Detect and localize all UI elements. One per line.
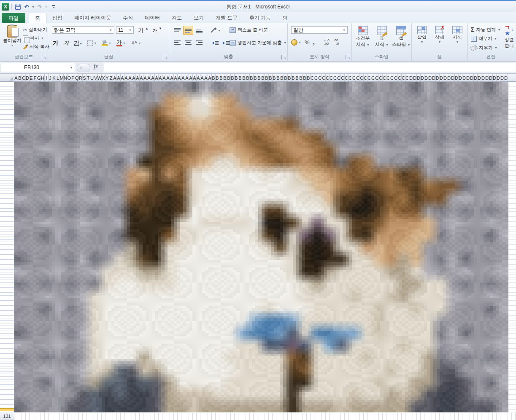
column-header[interactable]: A	[208, 74, 212, 81]
increase-decimal-button[interactable]: ←.0 .00	[323, 39, 330, 46]
column-header[interactable]: A	[200, 74, 204, 81]
column-header[interactable]: B	[280, 74, 284, 81]
column-header[interactable]: D	[478, 74, 481, 81]
column-header[interactable]: B	[265, 74, 269, 81]
column-header[interactable]: D	[436, 74, 440, 81]
comma-style-button[interactable]: ,	[313, 38, 315, 46]
column-header[interactable]: C	[402, 74, 405, 81]
column-header[interactable]: T	[86, 74, 90, 81]
column-header[interactable]: A	[174, 74, 178, 81]
column-header[interactable]: A	[113, 74, 117, 81]
column-header[interactable]: A	[121, 74, 124, 81]
merge-center-button[interactable]: 병합하고 가운데 맞춤 ▼	[230, 40, 286, 46]
column-header[interactable]: A	[170, 74, 174, 81]
column-header[interactable]: A	[140, 74, 143, 81]
column-header[interactable]: B	[238, 74, 242, 81]
column-header[interactable]: B	[295, 74, 299, 81]
italic-button[interactable]: 가	[63, 39, 70, 47]
tab-데이터[interactable]: 데이터	[139, 13, 166, 23]
underline-button[interactable]: 가▼	[74, 39, 82, 47]
column-header[interactable]: D	[500, 74, 504, 81]
autosum-button[interactable]: Σ 자동 합계 ▼	[471, 26, 500, 33]
align-right-button[interactable]	[194, 38, 204, 48]
column-header[interactable]: B	[299, 74, 303, 81]
column-header[interactable]: B	[216, 74, 219, 81]
column-header[interactable]: C	[330, 74, 333, 81]
insert-dropdown-icon[interactable]: ▼	[421, 40, 424, 43]
column-header[interactable]: D	[497, 74, 500, 81]
column-header[interactable]: C	[367, 74, 371, 81]
phonetic-button[interactable]: 내천▼	[131, 41, 141, 45]
column-header[interactable]: D	[481, 74, 485, 81]
row-header-131[interactable]: 131	[0, 413, 14, 420]
column-header[interactable]: D	[493, 74, 497, 81]
increase-font-button[interactable]: 가▲	[138, 27, 149, 34]
column-header[interactable]: C	[326, 74, 330, 81]
select-all-corner[interactable]	[0, 74, 14, 81]
column-header[interactable]: A	[147, 74, 151, 81]
tab-file[interactable]: 파일	[2, 13, 25, 23]
column-header[interactable]: M	[60, 74, 64, 81]
column-header[interactable]: C	[386, 74, 390, 81]
format-cells-button[interactable]: 서식 ▼	[449, 26, 465, 43]
column-header[interactable]: B	[235, 74, 238, 81]
column-header[interactable]: A	[204, 74, 208, 81]
column-header[interactable]: D	[26, 74, 30, 81]
selected-row-header-130[interactable]	[0, 408, 14, 411]
column-header[interactable]: R	[79, 74, 83, 81]
column-header[interactable]: D	[504, 74, 508, 81]
tab-수식[interactable]: 수식	[117, 13, 139, 23]
accounting-format-button[interactable]: ▼	[291, 39, 301, 46]
column-header[interactable]: B	[18, 74, 22, 81]
tab-페이지 레이아웃[interactable]: 페이지 레이아웃	[68, 13, 117, 23]
column-header[interactable]: D	[421, 74, 424, 81]
tab-팀[interactable]: 팀	[277, 13, 294, 23]
column-header[interactable]: F	[33, 74, 37, 81]
paste-button[interactable]: 붙여넣기 ▼	[3, 25, 22, 47]
column-header[interactable]: B	[219, 74, 223, 81]
column-header[interactable]: Z	[109, 74, 113, 81]
conditional-formatting-button[interactable]: 조건부 서식 ▼	[353, 26, 373, 48]
percent-style-button[interactable]: %	[305, 39, 310, 46]
column-header[interactable]: D	[489, 74, 493, 81]
column-header[interactable]: A	[159, 74, 162, 81]
font-size-combo[interactable]: 11▼	[116, 26, 134, 34]
insert-cells-button[interactable]: ← 삽입 ▼	[414, 26, 430, 43]
column-header[interactable]: B	[223, 74, 227, 81]
number-format-combo[interactable]: 일반▼	[291, 26, 348, 34]
column-header[interactable]: D	[424, 74, 428, 81]
column-header[interactable]: A	[189, 74, 193, 81]
column-header[interactable]: A	[136, 74, 140, 81]
cell-styles-button[interactable]: 셀 스타일 ▼	[392, 26, 411, 48]
column-header[interactable]: C	[375, 74, 379, 81]
column-header[interactable]: A	[117, 74, 121, 81]
column-header[interactable]: C	[322, 74, 326, 81]
column-header[interactable]: Y	[105, 74, 109, 81]
fill-dropdown-icon[interactable]: ▼	[494, 37, 497, 40]
column-header[interactable]: D	[462, 74, 466, 81]
column-header[interactable]: C	[383, 74, 386, 81]
tab-개발 도구[interactable]: 개발 도구	[210, 13, 243, 23]
column-header[interactable]: O	[68, 74, 71, 81]
column-header[interactable]: B	[242, 74, 246, 81]
column-header[interactable]: C	[371, 74, 375, 81]
copy-dropdown-icon[interactable]: ▼	[41, 37, 44, 40]
decrease-indent-button[interactable]	[210, 38, 220, 48]
sort-filter-button[interactable]: ㄱㅎ↓ 정렬 필터	[505, 24, 516, 49]
font-dialog-launcher[interactable]: ↘	[163, 55, 167, 59]
column-header[interactable]: C	[405, 74, 409, 81]
column-header[interactable]: X	[102, 74, 105, 81]
column-header[interactable]: B	[273, 74, 276, 81]
borders-button[interactable]: ▼	[87, 40, 97, 46]
column-header[interactable]: S	[83, 74, 86, 81]
column-header[interactable]: B	[292, 74, 295, 81]
column-header[interactable]: B	[303, 74, 307, 81]
insert-function-button[interactable]: fx	[94, 63, 98, 70]
delete-cells-button[interactable]: ✗ 삭제 ▼	[432, 26, 448, 43]
column-header[interactable]: C	[352, 74, 356, 81]
tab-보기[interactable]: 보기	[188, 13, 210, 23]
column-header[interactable]: B	[257, 74, 261, 81]
column-header[interactable]: C	[390, 74, 394, 81]
column-header[interactable]: I	[45, 74, 49, 81]
column-header[interactable]: C	[314, 74, 318, 81]
